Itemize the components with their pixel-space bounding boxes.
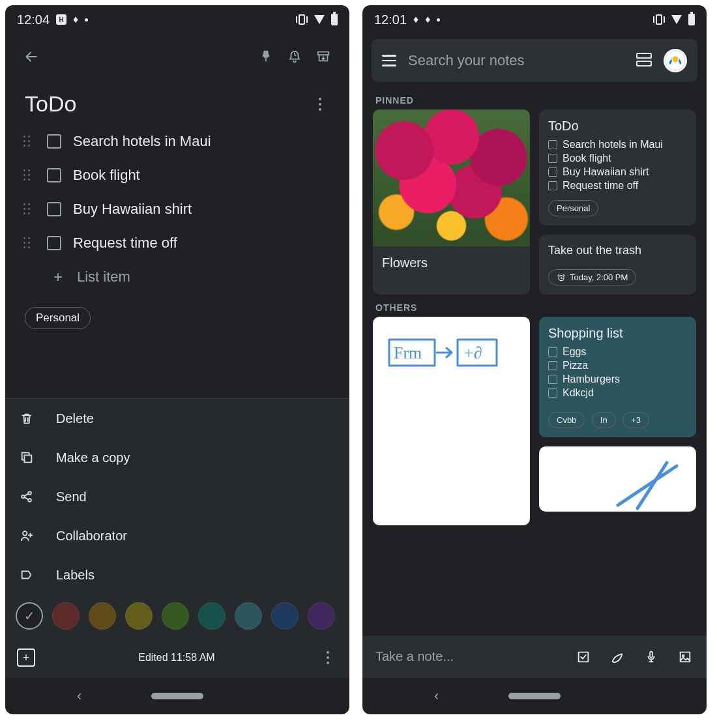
sheet-item-label: Collaborator [56,529,127,544]
add-button[interactable]: + [17,648,35,667]
pin-button[interactable] [252,42,280,71]
shopping-item: Eggs [563,346,586,358]
menu-icon[interactable] [382,55,396,66]
avatar[interactable] [664,49,687,72]
home-pill[interactable] [151,693,203,699]
share-icon [18,488,35,505]
take-note-bar: Take a note... [362,635,707,678]
color-swatch[interactable] [271,602,299,630]
note-card-todo[interactable]: ToDo Search hotels in Maui Book flight B… [539,109,696,226]
note-card-drawing[interactable]: Frm +∂ [373,317,530,525]
label-chip: In [592,412,616,428]
color-swatch[interactable] [125,602,153,630]
sheet-collaborator[interactable]: Collaborator [5,516,349,555]
label-chip: +3 [622,412,649,428]
label-chip: Personal [548,200,598,216]
sheet-copy[interactable]: Make a copy [5,438,349,477]
section-pinned-label: PINNED [362,87,707,109]
new-list-icon[interactable] [575,648,592,665]
drag-handle-icon[interactable] [23,136,35,147]
note-card-sketch[interactable] [539,446,696,512]
home-pill[interactable] [508,693,561,699]
color-swatch[interactable] [308,602,335,630]
others-grid: Frm +∂ Shopping list Eggs Pizza Hamburge… [362,317,707,525]
search-bar[interactable]: Search your notes [372,39,697,82]
svg-rect-0 [318,52,329,55]
svg-rect-1 [24,455,31,462]
shopping-item: Hamburgers [563,373,620,385]
todo-item: Book flight [563,153,611,164]
sheet-item-label: Labels [56,568,95,583]
new-drawing-icon[interactable] [609,648,626,665]
checklist-item-text[interactable]: Book flight [73,167,140,184]
checklist-item[interactable]: Book flight [17,158,338,192]
drag-handle-icon[interactable] [23,203,35,215]
color-swatch[interactable] [235,602,262,630]
back-caret-icon[interactable]: ‹ [77,688,81,705]
color-swatch[interactable] [89,602,116,630]
add-item-placeholder: List item [77,269,130,285]
checkbox-icon [548,181,557,190]
checkbox[interactable] [47,168,61,182]
sheet-delete[interactable]: Delete [5,399,349,438]
checkbox[interactable] [47,202,61,216]
note-card-shopping[interactable]: Shopping list Eggs Pizza Hamburgers Kdkc… [539,317,696,437]
view-toggle-icon[interactable] [636,53,652,68]
more-button-bottom[interactable] [318,648,338,667]
take-note-input[interactable]: Take a note... [375,649,558,664]
checklist-item[interactable]: Buy Hawaiian shirt [17,192,338,226]
svg-point-16 [682,654,684,656]
more-button[interactable] [310,95,330,114]
checklist-item-text[interactable]: Request time off [73,235,177,252]
sheet-labels[interactable]: Labels [5,555,349,594]
drag-handle-icon[interactable] [23,169,35,181]
color-swatch[interactable] [162,602,189,630]
archive-button[interactable] [309,42,338,71]
wifi-icon [671,15,682,24]
checklist-item[interactable]: Search hotels in Maui [17,124,338,158]
drag-handle-icon[interactable] [23,237,35,249]
checklist-item-text[interactable]: Buy Hawaiian shirt [73,201,192,218]
todo-item: Buy Hawaiian shirt [563,166,649,178]
status-bar: 12:01 ♦ ♦ [362,5,707,34]
checklist-item[interactable]: Request time off [17,226,338,260]
back-caret-icon[interactable]: ‹ [434,688,439,705]
trash-icon [18,410,35,427]
pinned-grid: Flowers ToDo Search hotels in Maui Book … [362,109,707,295]
sheet-send[interactable]: Send [5,477,349,516]
bulb-icon: ♦ [413,14,418,25]
add-list-item[interactable]: + List item [17,260,338,294]
note-title: Shopping list [548,326,687,341]
checklist-item-text[interactable]: Search hotels in Maui [73,133,211,150]
checkbox[interactable] [47,134,61,149]
new-audio-icon[interactable] [643,648,660,665]
copy-icon [18,449,35,466]
sheet-item-label: Send [56,489,87,504]
checkbox-icon [548,388,557,398]
color-swatch[interactable] [52,602,80,630]
drawing-content: Frm +∂ [386,330,510,375]
battery-icon [331,14,338,25]
note-title[interactable]: ToDo [25,91,310,117]
color-swatch[interactable] [198,602,226,630]
note-image [373,109,530,246]
label-chip[interactable]: Personal [25,307,91,329]
search-placeholder[interactable]: Search your notes [408,52,624,69]
status-time: 12:04 [17,12,50,27]
svg-text:+∂: +∂ [464,343,482,362]
note-card-trash[interactable]: Take out the trash Today, 2:00 PM [539,235,696,295]
svg-text:Frm: Frm [394,343,422,362]
checkbox[interactable] [47,236,61,250]
color-swatch-default[interactable]: ✓ [16,602,43,630]
shopping-item: Kdkcjd [563,387,594,399]
checklist: Search hotels in Maui Book flight Buy Ha… [5,124,349,294]
phone-left: 12:04 H ♦ ToDo Se [5,5,349,714]
note-card-flowers[interactable]: Flowers [373,109,530,295]
new-image-icon[interactable] [677,648,694,665]
sheet-item-label: Make a copy [56,450,130,465]
section-others-label: OTHERS [362,295,707,317]
reminder-button[interactable] [280,42,309,71]
drawing-content [605,459,690,512]
note-title: ToDo [548,119,687,134]
back-button[interactable] [17,42,46,71]
